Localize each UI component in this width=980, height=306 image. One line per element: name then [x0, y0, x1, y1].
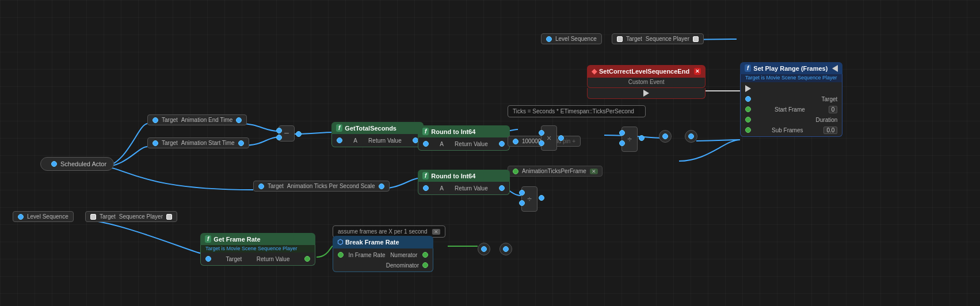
pt4-pin	[503, 246, 509, 252]
a-pin-in-bottom	[423, 185, 429, 191]
anim-end-out-pin	[236, 117, 242, 123]
assume-close: ✕	[432, 229, 440, 235]
set-play-range-node: f Set Play Range (Frames) Target is Movi…	[740, 62, 842, 137]
close-icon: ✕	[694, 68, 701, 75]
a-row: A Return Value	[332, 135, 423, 146]
assume-frames-text: assume frames are X per 1 second	[338, 228, 428, 235]
subtract-pin-b	[276, 135, 282, 140]
a-row-top: A Return Value	[418, 139, 509, 149]
sub-frames-value[interactable]: 0.0	[823, 127, 837, 134]
denominator-pin-out	[422, 262, 428, 268]
target-row: Target	[741, 94, 842, 104]
round-int64-top-body: A Return Value	[418, 137, 510, 151]
level-seq-label: Level Sequence	[555, 36, 597, 42]
level-seq-pin-out	[546, 36, 552, 42]
a-row-bottom: A Return Value	[418, 183, 509, 193]
return-label-top: Return Value	[455, 141, 488, 147]
a-label-top: A	[440, 141, 444, 147]
start-frame-row: Start Frame 0	[741, 104, 842, 114]
return-pin-out-top	[499, 141, 505, 147]
pt1-pin	[662, 133, 668, 139]
anim-start-time-node: Target Animation Start Time	[147, 137, 249, 148]
multiply-symbol: ×	[547, 133, 551, 143]
duration-label: Duration	[816, 117, 838, 123]
anim-end-target-label: Target	[162, 117, 178, 123]
wires-layer	[0, 0, 980, 306]
divide-symbol-top: ÷	[627, 135, 632, 144]
round-int64-top-header: f Round to Int64	[418, 125, 510, 137]
round-int64-bottom-body: A Return Value	[418, 182, 510, 195]
target-label: Target	[822, 96, 838, 102]
scheduled-actor-label: Scheduled Actor	[60, 160, 106, 167]
f-icon: f	[336, 124, 342, 132]
scheduled-actor-pin-out	[51, 161, 57, 167]
atps-out-pin	[379, 183, 384, 189]
gfr-return-pin-out	[304, 256, 310, 262]
start-frame-value[interactable]: 0	[829, 106, 838, 113]
set-play-range-subtitle: Target is Movie Scene Sequence Player	[740, 74, 842, 82]
div-top-pin-a	[619, 130, 625, 136]
div-top-pin-b	[619, 140, 625, 146]
mult-pin-a	[539, 130, 544, 136]
anim-end-target-pin	[152, 117, 158, 123]
atps-output-label: Animation Ticks Per Second Scale	[287, 183, 375, 189]
break-frame-rate-title: Break Frame Rate	[345, 239, 399, 246]
event-diamond-icon: ◆	[592, 67, 597, 75]
anim-ticks-per-frame-var: AnimationTicksPerFrame ✕	[508, 166, 603, 177]
div-bot-pin-b	[519, 200, 525, 206]
div-bot-pin-a	[519, 190, 525, 196]
scheduled-actor-node: Scheduled Actor	[40, 157, 114, 171]
get-frame-rate-subtitle: Target is Movie Scene Sequence Player	[200, 245, 315, 253]
anim-start-target-label: Target	[162, 140, 178, 146]
seq-player-bottom-node: Target Sequence Player	[85, 211, 177, 222]
a-pin-in-top	[423, 141, 429, 147]
gfr-return-label: Return Value	[257, 256, 290, 262]
level-sequence-bottom-node: Level Sequence	[13, 211, 74, 222]
gfr-target-pin-in	[205, 256, 211, 262]
set-correct-level-header: ◆ SetCorrectLevelSequenceEnd ✕	[587, 65, 706, 78]
sequence-player-node-top: Target Sequence Player	[612, 33, 704, 44]
sub-frames-pin	[745, 127, 751, 133]
subtract-out-pin	[296, 131, 302, 137]
exec-in-pin	[745, 85, 751, 92]
val-pin-out	[513, 139, 518, 144]
multiply-node: ×	[541, 125, 557, 151]
atpf-label: AnimationTicksPerFrame	[522, 168, 586, 174]
anim-start-target-pin	[152, 140, 158, 146]
set-play-range-body: Target Start Frame 0 Duration Sub Frames…	[740, 82, 842, 137]
subtract-pin-a	[276, 128, 282, 133]
round-int64-bottom-title: Round to Int64	[431, 173, 475, 179]
break-frame-rate-header: ⬡ Break Frame Rate	[333, 236, 433, 248]
ticks-comment: Ticks = Seconds * ETimespan::TicksPerSec…	[508, 105, 646, 117]
passthrough-1	[659, 130, 672, 143]
atps-target-pin	[258, 183, 264, 189]
sp-bot-seq-player-label: Sequence Player	[119, 213, 163, 220]
mult-out-pin	[558, 135, 564, 141]
ticks-comment-text: Ticks = Seconds * ETimespan::TicksPerSec…	[513, 108, 634, 114]
sp-bot-target-pin	[90, 214, 96, 220]
target-pin	[617, 36, 623, 42]
round-int64-top-node: f Round to Int64 A Return Value	[418, 125, 510, 151]
passthrough-2	[685, 130, 697, 143]
mult-pin-b	[539, 140, 544, 146]
get-total-seconds-title: GetTotalSeconds	[345, 125, 396, 132]
subtract-symbol: −	[284, 128, 289, 139]
anim-end-output-label: Animation End Time	[181, 117, 233, 123]
in-frame-rate-label: In Frame Rate	[349, 252, 386, 258]
get-total-seconds-header: f GetTotalSeconds	[331, 122, 424, 134]
f-icon-bottom: f	[422, 172, 429, 179]
anim-end-time-node: Target Animation End Time	[147, 114, 247, 125]
start-frame-label: Start Frame	[775, 106, 805, 113]
a-label-bottom: A	[440, 185, 444, 192]
return-pin-out-bottom	[499, 185, 505, 191]
lvlseq-bot-label: Level Sequence	[27, 213, 68, 220]
exec-in-row	[741, 83, 842, 94]
passthrough-3	[478, 243, 490, 255]
sp-bot-out-pin	[166, 214, 172, 220]
gfr-target-row: Target Return Value	[201, 254, 315, 264]
seq-player-pin-out	[693, 36, 699, 42]
in-frame-rate-row: In Frame Rate Numerator	[333, 250, 433, 260]
anim-start-out-pin	[238, 140, 244, 146]
numerator-label: Numerator	[390, 252, 417, 258]
struct-icon: ⬡	[337, 238, 343, 246]
